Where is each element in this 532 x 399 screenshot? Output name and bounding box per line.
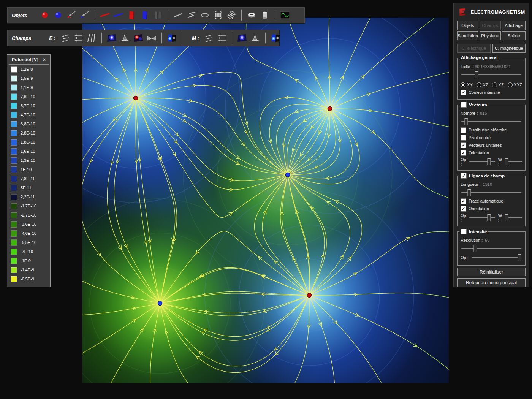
surface-plot-dip-icon[interactable] bbox=[146, 33, 157, 43]
intensite-group: Intensité Résolution : 60 Op : bbox=[457, 231, 526, 266]
button-objets[interactable]: Objets bbox=[457, 21, 478, 30]
capacitor-icon[interactable] bbox=[153, 10, 163, 21]
toolbar-label: M : bbox=[192, 35, 199, 41]
potential-legend-panel: Potentiel [V] × 1,2E-81,5E-91,1E-97,6E-1… bbox=[7, 54, 51, 287]
legend-entry: 1,6E-10 bbox=[7, 147, 50, 156]
radio-xz[interactable]: XZ bbox=[477, 82, 488, 87]
legend-entry: -4,6E-10 bbox=[7, 229, 50, 238]
bent-wire-icon[interactable] bbox=[186, 10, 197, 21]
longueur-slider[interactable] bbox=[461, 189, 522, 196]
app-window: Objets ChampsE :M : Potentiel [V] × 1,2E… bbox=[0, 0, 532, 399]
cut-plane-icon[interactable] bbox=[166, 33, 177, 43]
button-c-magnetique[interactable]: C. magnétique bbox=[492, 44, 526, 53]
button-affichage[interactable]: Affichage bbox=[502, 21, 526, 30]
radio-label: XZ bbox=[483, 82, 488, 87]
checkbox-pivot-centre[interactable] bbox=[461, 135, 466, 141]
checkbox-orientation[interactable]: ✓ bbox=[461, 206, 466, 212]
checkbox-vecteurs-unitaires[interactable]: ✓ bbox=[461, 142, 466, 148]
legend-entry: 5E-11 bbox=[7, 183, 50, 192]
lignes-w-slider[interactable] bbox=[504, 214, 523, 222]
cylinder-magnet-icon[interactable] bbox=[260, 10, 270, 21]
lignes-w-label: W : bbox=[498, 213, 502, 222]
nombre-slider[interactable] bbox=[461, 118, 522, 125]
legend-value: 4,7E-10 bbox=[21, 112, 35, 117]
ring-magnet-icon[interactable] bbox=[246, 10, 257, 21]
blue-plate-icon[interactable] bbox=[139, 10, 150, 21]
simulation-canvas[interactable] bbox=[82, 18, 449, 383]
legend-entry: 1E-10 bbox=[7, 165, 50, 174]
legend-value: -5,5E-10 bbox=[21, 240, 36, 245]
toolbar-champs: ChampsE :M : bbox=[7, 30, 280, 46]
intensite-checkbox[interactable] bbox=[461, 229, 467, 234]
cut-plane-icon[interactable] bbox=[270, 33, 281, 43]
affichage-general-group: Affichage général Taille : 60,1438865661… bbox=[457, 58, 526, 100]
lignes-de-champ-checkbox[interactable]: ✓ bbox=[461, 173, 467, 179]
couleur-intensite-checkbox[interactable]: ✓ bbox=[461, 90, 466, 95]
vecteurs-op-slider[interactable] bbox=[469, 158, 496, 166]
radio-xyz[interactable]: XYZ bbox=[508, 82, 522, 87]
legend-entry: -1,4E-9 bbox=[7, 265, 50, 274]
taille-slider[interactable] bbox=[461, 71, 522, 79]
checkbox-row: ✓Tracé automatique bbox=[461, 198, 522, 204]
toolbar-objets: Objets bbox=[7, 7, 305, 24]
legend-swatch bbox=[11, 249, 17, 255]
intensite-op-slider[interactable] bbox=[471, 254, 522, 261]
legend-entry: -5,5E-10 bbox=[7, 238, 50, 247]
lignes-op-slider[interactable] bbox=[469, 214, 496, 222]
close-icon[interactable]: × bbox=[43, 57, 46, 62]
radio-yz[interactable]: YZ bbox=[492, 82, 504, 87]
moving-negative-charge-icon[interactable] bbox=[79, 10, 90, 21]
ac-source-icon[interactable] bbox=[280, 10, 290, 21]
radio-icon bbox=[461, 82, 466, 87]
vectors-grid-icon[interactable] bbox=[73, 33, 84, 43]
red-plate-icon[interactable] bbox=[126, 10, 137, 21]
loop-icon[interactable] bbox=[200, 10, 210, 21]
vectors-grid-icon[interactable] bbox=[217, 33, 227, 43]
surface-plot-icon[interactable] bbox=[250, 33, 261, 43]
retour-menu-button[interactable]: Retour au menu principal bbox=[457, 278, 526, 287]
toolbar-separator bbox=[265, 33, 266, 43]
red-wire-icon[interactable] bbox=[100, 10, 110, 21]
positive-charge-icon[interactable] bbox=[40, 10, 50, 21]
vecteurs-w-slider[interactable] bbox=[504, 158, 523, 166]
vectors-random-icon[interactable] bbox=[60, 33, 70, 43]
intensity-map-red-blue-icon[interactable] bbox=[133, 33, 144, 43]
legend-value: -3,6E-10 bbox=[21, 222, 36, 226]
resolution-slider[interactable] bbox=[461, 245, 522, 252]
intensity-map-blue-icon[interactable] bbox=[106, 33, 117, 43]
legend-entry: -1,7E-10 bbox=[7, 201, 50, 211]
reinitialiser-button[interactable]: Réinitialiser bbox=[457, 268, 526, 276]
button-simulation[interactable]: Simulation bbox=[457, 31, 478, 40]
negative-charge-icon[interactable] bbox=[53, 10, 63, 21]
app-title: ELECTROMAGNETISM bbox=[471, 10, 525, 15]
legend-value: 1,3E-10 bbox=[21, 158, 35, 163]
surface-plot-icon[interactable] bbox=[120, 33, 130, 43]
radio-icon bbox=[508, 82, 513, 87]
toolbar-separator bbox=[162, 33, 162, 43]
field-lines-icon[interactable] bbox=[86, 33, 97, 43]
blue-wire-icon[interactable] bbox=[113, 10, 124, 21]
checkbox-orientation[interactable]: ✓ bbox=[461, 150, 466, 156]
intensity-map-blue-icon[interactable] bbox=[237, 33, 247, 43]
checkbox-label: Pivot centré bbox=[469, 135, 491, 140]
legend-entry: 1,3E-10 bbox=[7, 156, 50, 165]
couleur-intensite-label: Couleur intensité bbox=[469, 90, 500, 95]
solenoid-icon[interactable] bbox=[213, 10, 223, 21]
resolution-value: 60 bbox=[485, 238, 489, 242]
vectors-random-icon[interactable] bbox=[203, 33, 214, 43]
legend-entry: 2,2E-11 bbox=[7, 192, 50, 201]
checkbox-trace-automatique[interactable]: ✓ bbox=[461, 198, 466, 204]
button-scene[interactable]: Scène bbox=[502, 31, 526, 40]
moving-positive-charge-icon[interactable] bbox=[66, 10, 77, 21]
toolbar-separator bbox=[182, 33, 182, 43]
toroid-icon[interactable] bbox=[226, 10, 237, 21]
button-physique[interactable]: Physique bbox=[480, 31, 501, 40]
checkbox-distribution-aleatoire[interactable] bbox=[461, 127, 466, 133]
vecteurs-checkbox[interactable] bbox=[461, 102, 467, 108]
wire-segment-icon[interactable] bbox=[173, 10, 184, 21]
taille-value: 60,1438865661621 bbox=[475, 64, 511, 69]
toolbar-separator bbox=[168, 10, 168, 21]
radio-xy[interactable]: XY bbox=[461, 82, 473, 87]
legend-entry: -7E-10 bbox=[7, 247, 50, 256]
legend-value: -1,7E-10 bbox=[21, 204, 36, 208]
